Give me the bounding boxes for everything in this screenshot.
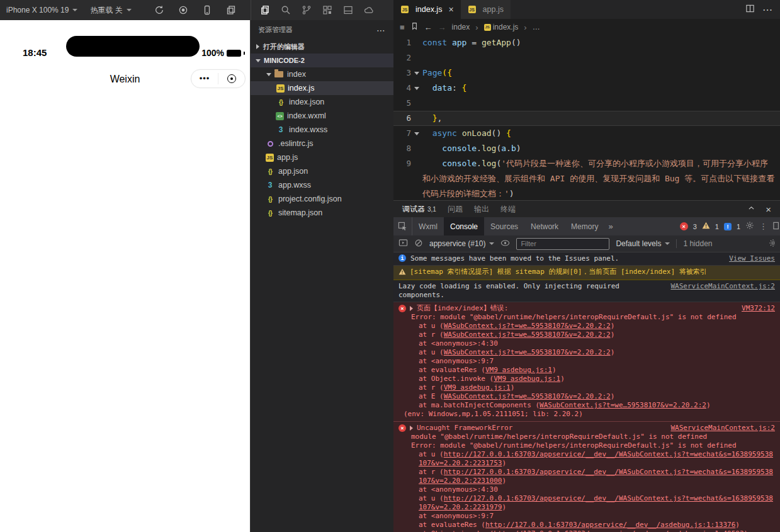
open-editors-section[interactable]: 打开的编辑器 — [251, 40, 393, 54]
fold-chevron-icon[interactable] — [411, 65, 422, 75]
hot-reload-toggle[interactable]: 热重载 关 — [84, 0, 137, 20]
tree-item-.eslintrc.js[interactable]: .eslintrc.js — [251, 137, 393, 150]
frame-selector[interactable]: appservice (#10) — [429, 239, 494, 248]
fold-chevron-icon[interactable] — [411, 81, 422, 90]
tree-item-index.json[interactable]: {}index.json — [251, 95, 393, 109]
fold-chevron-icon[interactable] — [411, 126, 422, 135]
search-icon[interactable] — [281, 5, 291, 15]
code-line[interactable]: 1const app = getApp() — [393, 35, 780, 50]
tree-item-index.wxss[interactable]: 3index.wxss — [251, 123, 393, 137]
live-expression-eye-icon[interactable] — [500, 239, 510, 249]
stack-link[interactable]: VM9 asdebug.js:1 — [494, 375, 560, 383]
tab-memory[interactable]: Memory — [565, 217, 604, 235]
stack-link[interactable]: http://127.0.0.1:63703/appservice/__dev_… — [419, 450, 773, 467]
stack-link[interactable]: VM9 asdebug.js:1 — [444, 383, 511, 392]
more-actions-icon[interactable]: ⋯ — [762, 4, 772, 16]
project-section[interactable]: MINICODE-2 — [251, 54, 393, 67]
breadcrumb-folder[interactable]: index — [452, 23, 470, 31]
multi-window-icon[interactable] — [226, 5, 236, 15]
tab-wxml[interactable]: Wxml — [412, 217, 444, 235]
console-sidebar-icon[interactable] — [398, 238, 408, 249]
code-line[interactable]: 7 async onLoad() { — [393, 126, 780, 141]
view-issues-link[interactable]: View Issues — [721, 254, 775, 263]
tab-app-js[interactable]: JS app.js — [461, 0, 511, 19]
warning-count-icon[interactable] — [702, 222, 710, 231]
expand-caret-icon[interactable] — [410, 306, 413, 311]
more-tabs-icon[interactable]: » — [604, 217, 616, 235]
stack-link[interactable]: WASubContext.js?t=we…59538107&v=2.20.2:2 — [444, 392, 611, 400]
record-icon[interactable] — [178, 5, 188, 15]
device-selector[interactable]: iPhone X 100% 19 — [0, 0, 84, 20]
stack-link[interactable]: WASubContext.js?t=we…59538107&v=2.20.2:2 — [540, 401, 706, 409]
tree-item-index.wxml[interactable]: <>index.wxml — [251, 109, 393, 123]
stack-link[interactable]: WASubContext.js?t=we…59538107&v=2.20.2:2 — [444, 331, 611, 339]
files-icon[interactable] — [260, 5, 270, 15]
devtools-menu-icon[interactable]: ⋮ — [759, 222, 767, 231]
dock-side-icon[interactable] — [772, 221, 779, 232]
source-link[interactable]: WAServiceMainContext.js:2 — [663, 424, 775, 433]
clear-console-icon[interactable] — [414, 239, 423, 249]
tree-item-index[interactable]: index — [251, 67, 393, 81]
phone-icon[interactable] — [202, 5, 212, 15]
code-line[interactable]: 2 — [393, 50, 780, 65]
console-output[interactable]: i Some messages have been moved to the I… — [393, 252, 780, 532]
back-icon[interactable]: ← — [424, 23, 432, 32]
stack-link[interactable]: VM9 asdebug.js:1 — [485, 366, 552, 374]
breadcrumb-symbol[interactable]: … — [533, 23, 540, 31]
tab-network[interactable]: Network — [524, 217, 565, 235]
console-settings-icon[interactable] — [769, 239, 775, 249]
expand-caret-icon[interactable] — [410, 426, 413, 431]
close-panel-icon[interactable]: × — [766, 204, 771, 215]
tab-index-js[interactable]: JS index.js × — [393, 0, 461, 19]
devtools-settings-icon[interactable] — [745, 221, 754, 232]
explorer-more-icon[interactable]: ⋯ — [376, 25, 386, 35]
code-line[interactable]: 8 console.log(a.b) — [393, 141, 780, 156]
tab-problems[interactable]: 问题 — [448, 204, 463, 215]
stack-link[interactable]: http://127.0.0.1:63703/appservice/__dev_… — [419, 468, 773, 485]
tree-item-project.config.json[interactable]: {}project.config.json — [251, 192, 393, 206]
git-branch-icon[interactable] — [302, 5, 312, 15]
code-line[interactable]: 5 — [393, 96, 780, 111]
tab-debugger[interactable]: 调试器3,1 — [402, 204, 436, 215]
close-mini-program-button[interactable] — [218, 74, 245, 83]
log-levels-dropdown[interactable]: Default levels — [616, 239, 670, 248]
tree-item-index.js[interactable]: JSindex.js — [251, 81, 393, 95]
inspect-element-icon[interactable] — [393, 217, 412, 235]
split-editor-icon[interactable] — [745, 4, 755, 16]
issues-icon[interactable]: ! — [724, 223, 732, 230]
source-link[interactable]: WAServiceMainContext.js:2 — [663, 282, 775, 291]
refresh-icon[interactable] — [154, 5, 164, 15]
panel-layout-icon[interactable] — [343, 5, 353, 15]
code-line[interactable]: 4 data: { — [393, 81, 780, 96]
source-link[interactable]: VM372:12 — [734, 304, 775, 313]
breadcrumb[interactable]: index — [452, 23, 470, 31]
tree-item-sitemap.json[interactable]: {}sitemap.json — [251, 206, 393, 220]
forward-icon[interactable]: → — [438, 23, 446, 32]
cloud-icon[interactable] — [364, 5, 374, 15]
close-tab-icon[interactable]: × — [448, 4, 453, 14]
stack-link[interactable]: http://127.0.0.1:63703/appservice/__dev_… — [419, 494, 773, 511]
code-line[interactable]: 6 }, — [393, 111, 780, 126]
collapse-panel-icon[interactable] — [747, 204, 755, 214]
code-line[interactable]: 3Page({ — [393, 65, 780, 81]
bookmark-icon[interactable] — [410, 22, 419, 32]
tab-terminal[interactable]: 终端 — [500, 204, 516, 215]
tree-item-app.json[interactable]: {}app.json — [251, 164, 393, 178]
stack-link[interactable]: WASubContext.js?t=we…59538107&v=2.20.2:2 — [444, 348, 611, 356]
tree-item-app.wxss[interactable]: 3app.wxss — [251, 178, 393, 192]
tree-item-app.js[interactable]: JSapp.js — [251, 150, 393, 164]
simulator-screen[interactable]: 18:45 100% Weixin ••• — [0, 20, 251, 532]
console-filter-input[interactable] — [516, 238, 609, 250]
stack-link[interactable]: WASubContext.js?t=we…59538107&v=2.20.2:2 — [444, 322, 611, 330]
extensions-icon[interactable] — [322, 5, 332, 15]
code-line[interactable]: 9 console.log('代码片段是一种迷你、可分享的小程序或小游戏项目，可… — [393, 156, 780, 200]
code-editor[interactable]: 1const app = getApp()23Page({4 data: {56… — [393, 35, 780, 200]
more-menu-button[interactable]: ••• — [191, 70, 218, 88]
menu-icon[interactable]: ≡ — [400, 23, 405, 32]
tab-console[interactable]: Console — [444, 217, 484, 235]
tab-output[interactable]: 输出 — [474, 204, 489, 215]
stack-link[interactable]: http://127.0.0.1:63703/appservice/__dev_… — [485, 521, 735, 529]
error-message-head[interactable]: ×页面【index/index】错误:VM372:12 — [398, 304, 775, 313]
stack-link[interactable]: http://127.0.0.1:63703/appservice/__dev_… — [494, 529, 743, 532]
breadcrumb-file[interactable]: JS index.js — [484, 23, 519, 31]
